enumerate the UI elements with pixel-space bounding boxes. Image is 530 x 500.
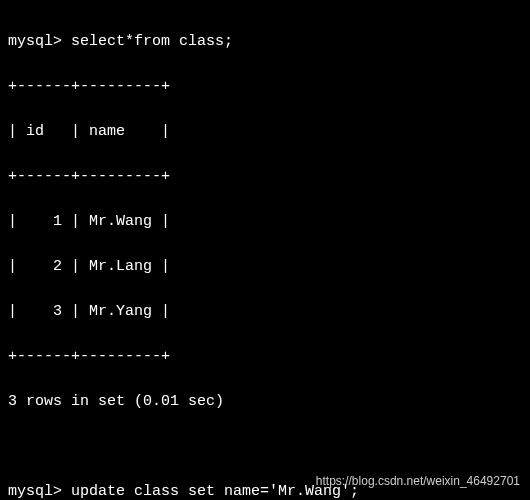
blank-line [8,436,522,459]
table-border: +------+---------+ [8,346,522,369]
command-line[interactable]: mysql> select*from class; [8,31,522,54]
result-summary: 3 rows in set (0.01 sec) [8,391,522,414]
table-header: | id | name | [8,121,522,144]
table-border: +------+---------+ [8,76,522,99]
table-row: | 2 | Mr.Lang | [8,256,522,279]
table-row: | 1 | Mr.Wang | [8,211,522,234]
table-border: +------+---------+ [8,166,522,189]
command-text: select*from class; [71,33,233,50]
terminal-output: mysql> select*from class; +------+------… [8,8,522,500]
prompt: mysql> [8,483,71,500]
table-row: | 3 | Mr.Yang | [8,301,522,324]
watermark: https://blog.csdn.net/weixin_46492701 [316,472,520,490]
prompt: mysql> [8,33,71,50]
